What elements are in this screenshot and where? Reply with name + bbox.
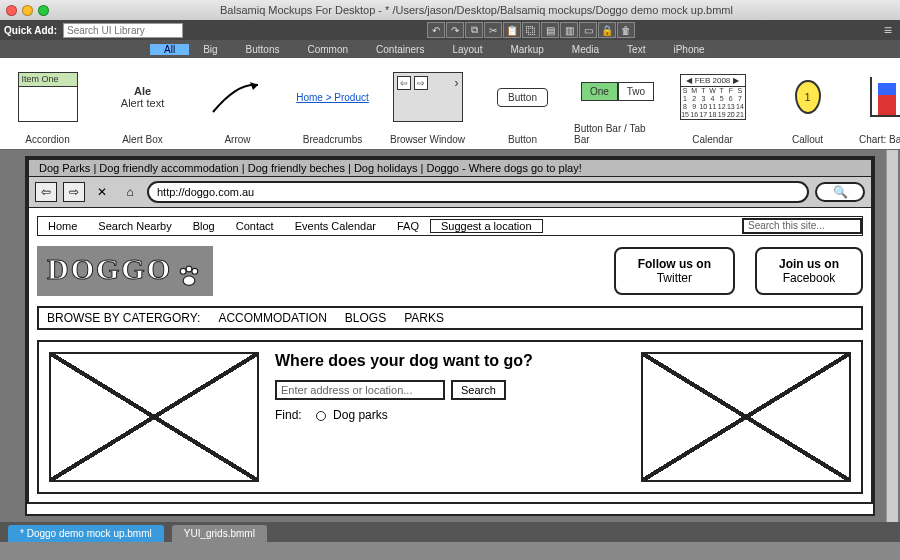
lock-icon[interactable]: 🔒 [598, 22, 616, 38]
toolbar-icons: ↶ ↷ ⧉ ✂ 📋 ⿻ ▤ ▥ ▭ 🔒 🗑 [189, 22, 874, 38]
quick-add-input[interactable] [63, 23, 183, 38]
paw-icon [175, 262, 203, 290]
mock-page-body: Home Search Nearby Blog Contact Events C… [29, 208, 871, 502]
lib-buttonbar[interactable]: OneTwo Button Bar / Tab Bar [570, 58, 665, 149]
copy-icon[interactable]: ⧉ [465, 22, 483, 38]
follow-twitter-box[interactable]: Follow us on Twitter [614, 247, 735, 295]
category-all[interactable]: All [150, 44, 189, 55]
lib-arrow[interactable]: Arrow [190, 58, 285, 149]
redo-icon[interactable]: ↷ [446, 22, 464, 38]
canvas-stage[interactable]: Dog Parks | Dog friendly accommodation |… [0, 150, 900, 522]
content-row: Where does your dog want to go? Enter ad… [37, 340, 863, 494]
category-media[interactable]: Media [558, 44, 613, 55]
undo-icon[interactable]: ↶ [427, 22, 445, 38]
mock-tab-strip: Dog Parks | Dog friendly accommodation |… [29, 160, 871, 176]
search-button[interactable]: Search [451, 380, 506, 400]
category-big[interactable]: Big [189, 44, 231, 55]
quick-add-bar: Quick Add: ↶ ↷ ⧉ ✂ 📋 ⿻ ▤ ▥ ▭ 🔒 🗑 ≡ [0, 20, 900, 40]
browser-search-icon[interactable]: 🔍 [815, 182, 865, 202]
lib-browser[interactable]: ⇦⇨› Browser Window [380, 58, 475, 149]
back-icon[interactable]: ⇦ [35, 182, 57, 202]
cut-icon[interactable]: ✂ [484, 22, 502, 38]
radio-dog-parks[interactable] [316, 411, 326, 421]
mock-browser-chrome: ⇦ ⇨ ✕ ⌂ http://doggo.com.au 🔍 [29, 176, 871, 208]
lib-alert[interactable]: AleAlert text Alert Box [95, 58, 190, 149]
window-title: Balsamiq Mockups For Desktop - * /Users/… [59, 4, 894, 16]
address-input[interactable]: Enter address or location... [275, 380, 445, 400]
lib-calendar[interactable]: ◀ FEB 2008 ▶SMTWTFS123456789101112131415… [665, 58, 760, 149]
mock-browser-window[interactable]: Dog Parks | Dog friendly accommodation |… [27, 158, 873, 504]
quick-add-label: Quick Add: [4, 25, 57, 36]
library-category-bar: All Big Buttons Common Containers Layout… [0, 40, 900, 58]
svg-point-2 [192, 268, 198, 274]
bring-front-icon[interactable]: ▤ [541, 22, 559, 38]
lib-chart[interactable]: Chart: Bar Chart [855, 58, 900, 149]
category-text[interactable]: Text [613, 44, 659, 55]
stop-icon[interactable]: ✕ [91, 182, 113, 202]
url-bar[interactable]: http://doggo.com.au [147, 181, 809, 203]
nav-events[interactable]: Events Calendar [285, 220, 387, 232]
doc-tab-active[interactable]: * Doggo demo mock up.bmml [8, 525, 164, 542]
cat-accommodation[interactable]: ACCOMMODATION [218, 311, 326, 325]
forward-icon[interactable]: ⇨ [63, 182, 85, 202]
category-containers[interactable]: Containers [362, 44, 438, 55]
mockup-canvas[interactable]: Dog Parks | Dog friendly accommodation |… [25, 156, 875, 516]
lib-accordion[interactable]: Item One Accordion [0, 58, 95, 149]
site-search-input[interactable]: Search this site... [742, 218, 862, 234]
paste-icon[interactable]: 📋 [503, 22, 521, 38]
svg-point-3 [184, 276, 196, 285]
find-row: Find: Dog parks [275, 408, 625, 422]
nav-blog[interactable]: Blog [183, 220, 226, 232]
cat-parks[interactable]: PARKS [404, 311, 444, 325]
category-buttons[interactable]: Buttons [232, 44, 294, 55]
lib-breadcrumbs[interactable]: Home > Product Breadcrumbs [285, 58, 380, 149]
browse-category-row: BROWSE BY CATERGORY: ACCOMMODATION BLOGS… [37, 306, 863, 330]
nav-home[interactable]: Home [38, 220, 88, 232]
search-panel: Where does your dog want to go? Enter ad… [275, 352, 625, 482]
nav-search-nearby[interactable]: Search Nearby [88, 220, 182, 232]
site-nav: Home Search Nearby Blog Contact Events C… [37, 216, 863, 236]
vertical-scrollbar[interactable] [886, 150, 898, 522]
join-facebook-box[interactable]: Join us on Facebook [755, 247, 863, 295]
home-icon[interactable]: ⌂ [119, 182, 141, 202]
svg-point-1 [186, 266, 192, 272]
svg-point-0 [181, 268, 187, 274]
category-iphone[interactable]: iPhone [659, 44, 718, 55]
category-common[interactable]: Common [294, 44, 363, 55]
window-controls [6, 5, 49, 16]
category-layout[interactable]: Layout [438, 44, 496, 55]
nav-suggest[interactable]: Suggest a location [430, 219, 543, 233]
duplicate-icon[interactable]: ⿻ [522, 22, 540, 38]
hero-row: DOGGO Follow us on Twitter Join us on Fa… [37, 246, 863, 296]
image-placeholder-left[interactable] [49, 352, 259, 482]
image-placeholder-right[interactable] [641, 352, 851, 482]
close-icon[interactable] [6, 5, 17, 16]
window-titlebar: Balsamiq Mockups For Desktop - * /Users/… [0, 0, 900, 20]
search-heading: Where does your dog want to go? [275, 352, 625, 370]
doc-tab-inactive[interactable]: YUI_grids.bmml [172, 525, 267, 542]
site-logo: DOGGO [37, 246, 213, 296]
menu-icon[interactable]: ≡ [880, 22, 896, 38]
nav-faq[interactable]: FAQ [387, 220, 430, 232]
minimize-icon[interactable] [22, 5, 33, 16]
cat-blogs[interactable]: BLOGS [345, 311, 386, 325]
group-icon[interactable]: ▭ [579, 22, 597, 38]
lib-button[interactable]: Button Button [475, 58, 570, 149]
category-markup[interactable]: Markup [496, 44, 557, 55]
document-tabs: * Doggo demo mock up.bmml YUI_grids.bmml [0, 522, 900, 542]
zoom-icon[interactable] [38, 5, 49, 16]
nav-contact[interactable]: Contact [226, 220, 285, 232]
browse-label: BROWSE BY CATERGORY: [47, 311, 200, 325]
ui-library: Item One Accordion AleAlert text Alert B… [0, 58, 900, 150]
delete-icon[interactable]: 🗑 [617, 22, 635, 38]
lib-callout[interactable]: 1 Callout [760, 58, 855, 149]
send-back-icon[interactable]: ▥ [560, 22, 578, 38]
